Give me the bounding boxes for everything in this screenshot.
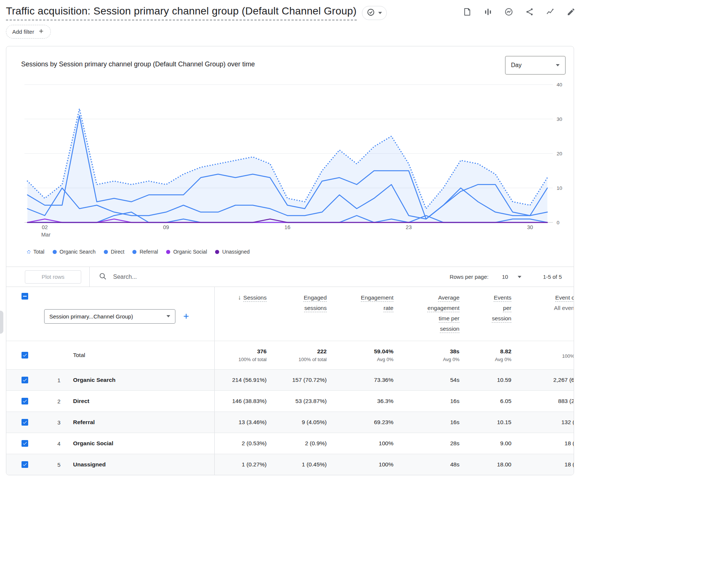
table-body: Total376100% of total222100% of total59.…	[6, 341, 574, 475]
legend-dot-icon	[27, 250, 30, 254]
total-metric-cell: 8.82Avg 0%	[460, 348, 512, 362]
line-chart-canvas: 01020304002Mar09162330	[6, 80, 574, 243]
dimension-selector[interactable]: Session primary...Channel Group)	[44, 309, 175, 324]
legend-dot-icon	[104, 250, 108, 254]
legend-dot-icon	[53, 250, 57, 254]
metric-cell: 13 (3.46%)	[215, 419, 267, 426]
table-search	[99, 272, 253, 281]
rows-per-page-select[interactable]: 10	[502, 274, 521, 280]
granularity-select[interactable]: Day	[505, 56, 566, 75]
add-filter-button[interactable]: Add filter	[6, 25, 51, 39]
row-checkbox[interactable]	[22, 440, 28, 447]
metric-cell: 73.36%	[327, 377, 394, 383]
metric-cell: 10.59	[460, 377, 512, 383]
row-checkbox[interactable]	[22, 398, 28, 404]
svg-text:0: 0	[557, 220, 560, 225]
metric-sublabel: Avg 0%	[394, 357, 459, 362]
column-header-engagement-rate[interactable]: Engagement rate	[327, 287, 394, 313]
row-checkbox[interactable]	[22, 419, 28, 426]
search-input[interactable]	[112, 273, 253, 281]
metric-value: 376	[215, 348, 267, 355]
chevron-down-icon	[167, 315, 170, 317]
column-header-engaged-sessions[interactable]: Engaged sessions	[267, 287, 327, 313]
legend-dot-icon	[132, 250, 136, 254]
total-metric-cell: 376100% of total	[215, 348, 267, 362]
svg-text:30: 30	[527, 224, 533, 230]
dimension-selector-value: Session primary...Channel Group)	[49, 313, 133, 320]
metric-cell: 132 (	[512, 419, 574, 426]
row-number: 2	[43, 398, 62, 404]
legend-dot-icon	[215, 250, 219, 254]
insights-icon[interactable]	[546, 7, 555, 16]
metric-cell: 100%	[327, 461, 394, 468]
chevron-down-icon	[556, 64, 560, 66]
svg-text:09: 09	[163, 224, 169, 230]
column-header-label: Events per session	[492, 294, 511, 321]
legend-item-total: Total	[27, 249, 44, 255]
filter-bar: Add filter	[0, 20, 580, 42]
metric-cell: 100%	[327, 440, 394, 447]
legend-label: Referral	[139, 249, 158, 255]
metric-cell: 2,267 (6	[512, 377, 574, 383]
column-subheader-label[interactable]: All even	[512, 303, 574, 313]
notes-icon[interactable]	[463, 7, 472, 16]
metric-cell: 1 (0.45%)	[267, 461, 327, 468]
metric-cell: 10.15	[460, 419, 512, 426]
column-header-event-count[interactable]: Event cAll even	[512, 287, 574, 313]
select-all-checkbox[interactable]	[22, 293, 28, 300]
metric-cell: 16s	[394, 398, 460, 404]
column-header-avg-engagement-time[interactable]: Average engagement time per session	[394, 287, 460, 334]
table-controls: Plot rows Rows per page: 10 1-5 of 5	[6, 267, 574, 287]
chevron-down-icon	[378, 12, 382, 14]
legend-label: Total	[33, 249, 44, 255]
column-header-label: Sessions	[243, 294, 267, 301]
metric-cell: 2 (0.53%)	[215, 440, 267, 447]
comparison-icon[interactable]	[484, 7, 492, 16]
table-row-total: Total376100% of total222100% of total59.…	[6, 341, 574, 369]
total-metric-cell: 59.04%Avg 0%	[327, 348, 394, 362]
rows-per-page-label: Rows per page:	[449, 274, 488, 280]
column-header-label: Engagement rate	[361, 294, 393, 311]
metric-cell: 146 (38.83%)	[215, 398, 267, 404]
metric-cell: 18 (	[512, 461, 574, 468]
legend-label: Organic Search	[60, 249, 96, 255]
column-header-events-per-session[interactable]: Events per session	[460, 287, 512, 324]
metric-cell: 214 (56.91%)	[215, 377, 267, 383]
table-header-row: Session primary...Channel Group) ↓Sessio…	[6, 287, 574, 341]
report-toolbar	[463, 7, 576, 16]
metric-value: 59.04%	[327, 348, 393, 355]
row-checkbox[interactable]	[22, 461, 28, 468]
add-dimension-button[interactable]	[182, 312, 190, 320]
share-icon[interactable]	[525, 7, 534, 16]
legend-item-direct: Direct	[104, 249, 125, 255]
legend-label: Direct	[111, 249, 125, 255]
svg-text:20: 20	[557, 151, 562, 156]
row-checkbox[interactable]	[22, 377, 28, 383]
column-header-label: Engaged sessions	[304, 294, 327, 311]
side-panel-handle[interactable]	[0, 311, 3, 334]
legend-item-unassigned: Unassigned	[215, 249, 250, 255]
total-row-label: Total	[62, 341, 215, 369]
table-row-organic-search: 1Organic Search214 (56.91%)157 (70.72%)7…	[6, 369, 574, 390]
plus-icon	[38, 28, 44, 36]
legend-dot-icon	[166, 250, 170, 254]
scorecard-icon[interactable]	[504, 7, 513, 16]
svg-text:02: 02	[42, 224, 48, 230]
metric-cell: 18 (	[512, 440, 574, 447]
metric-cell: 28s	[394, 440, 460, 447]
chevron-down-icon	[518, 276, 521, 278]
row-checkbox[interactable]	[22, 352, 28, 359]
legend-item-organic-social: Organic Social	[166, 249, 207, 255]
legend-label: Unassigned	[222, 249, 250, 255]
svg-text:Mar: Mar	[41, 232, 50, 238]
total-metric-cell: 38sAvg 0%	[394, 348, 460, 362]
plot-rows-button[interactable]: Plot rows	[25, 270, 81, 284]
legend-item-referral: Referral	[132, 249, 158, 255]
edit-icon[interactable]	[567, 7, 576, 16]
column-header-sessions[interactable]: ↓Sessions	[215, 287, 267, 303]
metric-cell: 157 (70.72%)	[267, 377, 327, 383]
table-row-referral: 3Referral13 (3.46%)9 (4.05%)69.23%16s10.…	[6, 412, 574, 433]
report-validity-badge[interactable]	[362, 6, 387, 20]
metric-sublabel: 100% of total	[267, 357, 327, 362]
channel-name: Organic Social	[62, 433, 215, 454]
